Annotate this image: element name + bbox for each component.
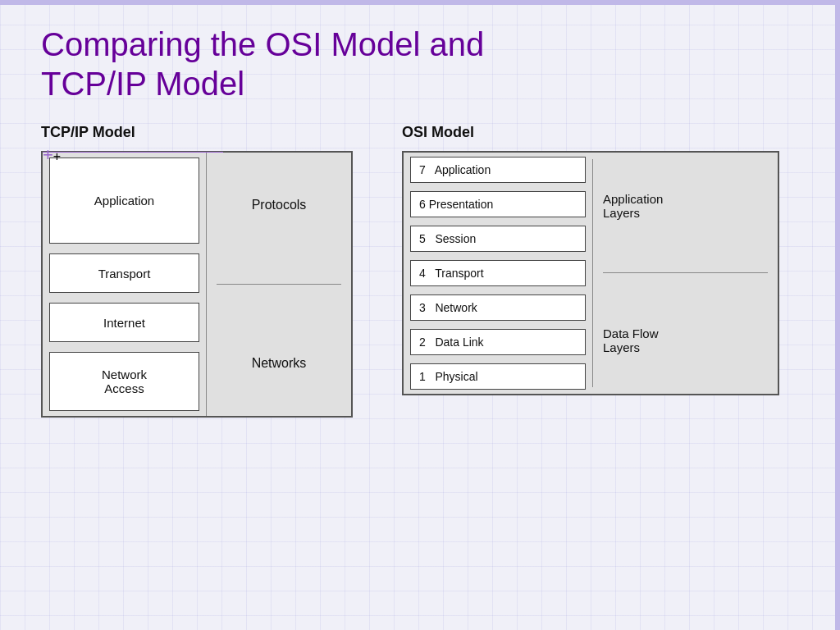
osi-layer-3: 3 Network [410, 294, 586, 321]
tcpip-protocols-label: Protocols [213, 198, 345, 212]
tcpip-model-title: TCP/IP Model [41, 124, 353, 141]
tcpip-application-layer: Application [49, 158, 199, 244]
osi-layer-6: 6 Presentation [410, 191, 586, 217]
tcpip-networks-label: Networks [213, 356, 345, 371]
tcpip-layers: Application Transport Internet NetworkAc… [43, 153, 207, 416]
tcpip-diagram: Application Transport Internet NetworkAc… [41, 151, 353, 418]
tcpip-section: TCP/IP Model Application Transport Inter… [41, 124, 353, 418]
osi-layer-2: 2 Data Link [410, 329, 586, 355]
models-container: TCP/IP Model Application Transport Inter… [41, 124, 799, 418]
osi-model-title: OSI Model [402, 124, 779, 141]
osi-layer-5: 5 Session [410, 226, 586, 252]
divider-line [43, 152, 223, 153]
page-content: Comparing the OSI Model and TCP/IP Model… [0, 0, 840, 434]
tcpip-network-access-layer: NetworkAccess [49, 352, 199, 411]
osi-section: OSI Model 7 Application 6 Presentation 5… [402, 124, 779, 395]
page-title: Comparing the OSI Model and TCP/IP Model [41, 25, 799, 103]
tcpip-internet-layer: Internet [49, 303, 199, 342]
tcpip-right-labels: Protocols Networks [207, 153, 351, 416]
osi-application-layers-label: ApplicationLayers [603, 192, 768, 220]
osi-layer-1: 1 Physical [410, 363, 586, 390]
osi-diagram: 7 Application 6 Presentation 5 Session 4… [402, 151, 779, 395]
osi-right-divider [603, 272, 768, 273]
osi-right-labels: ApplicationLayers Data FlowLayers [592, 159, 778, 387]
osi-layers: 7 Application 6 Presentation 5 Session 4… [404, 153, 592, 394]
crosshair-decoration: + [43, 146, 59, 162]
tcpip-transport-layer: Transport [49, 253, 199, 293]
tcpip-right-divider [217, 284, 341, 285]
osi-layer-4: 4 Transport [410, 260, 586, 286]
osi-dataflow-layers-label: Data FlowLayers [603, 326, 768, 354]
osi-layer-7: 7 Application [410, 157, 586, 183]
